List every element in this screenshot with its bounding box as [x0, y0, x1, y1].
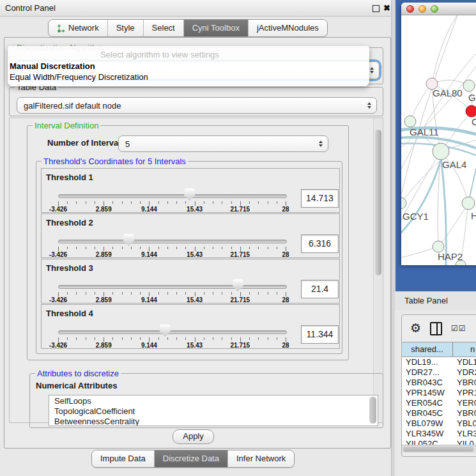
threshold-value-field[interactable]: 14.713: [301, 189, 339, 208]
attribute-item-selfloops[interactable]: SelfLoops: [49, 395, 378, 406]
number-of-intervals-combobox[interactable]: 5: [118, 135, 328, 152]
network-node[interactable]: [462, 197, 475, 210]
algorithm-option-manual-discretization[interactable]: Manual Discretization: [9, 61, 368, 72]
table-row[interactable]: YIL052CYIL0: [402, 439, 476, 445]
slider-track[interactable]: [58, 194, 287, 198]
slider-tick: [158, 201, 159, 204]
slider-tick: [258, 292, 259, 295]
table-panel-title: Table Panel: [404, 291, 448, 310]
tab-select[interactable]: Select: [143, 20, 183, 36]
slider-tick: [213, 337, 213, 340]
attribute-item-topologicalcoefficient[interactable]: TopologicalCoefficient: [49, 406, 378, 416]
select-columns-icon[interactable]: ☑☑: [451, 324, 466, 333]
split-columns-icon[interactable]: [430, 322, 442, 335]
tab-network[interactable]: Network: [49, 20, 107, 36]
network-window-titlebar[interactable]: [401, 3, 476, 15]
column-header-name[interactable]: n: [453, 342, 476, 357]
slider-tick-label: 9.144: [135, 342, 163, 349]
network-node[interactable]: [404, 116, 416, 127]
tab-discretize-data[interactable]: Discretize Data: [154, 450, 227, 467]
table-row[interactable]: YER054CYER0: [402, 398, 476, 408]
table-data-combobox[interactable]: galFiltered.sif default node: [17, 97, 377, 114]
slider-tick-label: 15.43: [181, 251, 209, 258]
table-row[interactable]: YPR145WYPR1: [402, 388, 476, 398]
algorithm-dropdown-popup: Select algorithm to view settings Manual…: [8, 46, 369, 86]
network-node[interactable]: [401, 197, 406, 209]
slider-tick-label: 9.144: [135, 251, 163, 258]
threshold-value-field[interactable]: 11.344: [301, 325, 339, 344]
tab-impute-data[interactable]: Impute Data: [92, 450, 154, 467]
table-row[interactable]: YLR345WYLR3: [402, 429, 476, 439]
tab-cyni-toolbox[interactable]: Cyni Toolbox: [183, 20, 248, 36]
network-node[interactable]: [463, 80, 475, 91]
slider-tick: [131, 292, 132, 295]
slider-tick: [277, 292, 277, 295]
gear-icon[interactable]: ⚙: [410, 322, 421, 335]
apply-button[interactable]: Apply: [173, 429, 214, 444]
float-window-icon[interactable]: [372, 5, 380, 12]
slider-tick: [286, 201, 286, 206]
cell-name: YBR0: [454, 378, 476, 388]
network-node[interactable]: [466, 105, 476, 117]
slider-tick: [176, 247, 177, 249]
network-nodes[interactable]: [401, 78, 476, 265]
close-icon[interactable]: ✖: [383, 3, 390, 13]
slider-thumb[interactable]: [123, 234, 134, 246]
tab-infer-network[interactable]: Infer Network: [227, 450, 294, 467]
slider-tick-label: 2.859: [89, 342, 118, 349]
table-row[interactable]: YBL079WYBL0: [402, 418, 476, 429]
table-header-row: shared... n: [402, 342, 476, 357]
algorithm-options: Manual DiscretizationEqual Width/Frequen…: [9, 61, 368, 82]
threshold-label: Threshold 1: [46, 173, 93, 182]
slider-tick: [268, 292, 268, 295]
slider-tick: [204, 337, 204, 340]
network-node[interactable]: [433, 143, 449, 160]
tab-style[interactable]: Style: [107, 20, 143, 36]
table-row[interactable]: YDR27...YDR2: [402, 367, 476, 378]
cell-name: YDR2: [454, 367, 476, 378]
horizontal-scrollbar-thumb[interactable]: [403, 447, 473, 452]
cell-shared-name: YBR045C: [402, 408, 454, 418]
slider-tick: [67, 247, 68, 249]
table-row[interactable]: YBR043CYBR0: [402, 378, 476, 388]
slider-tick: [231, 247, 232, 249]
slider-tick: [231, 292, 232, 295]
attributes-scrollbar-thumb[interactable]: [369, 397, 376, 424]
tab-label: Infer Network: [236, 451, 286, 466]
slider-thumb[interactable]: [184, 188, 195, 201]
node-label-gal11: GAL11: [410, 127, 439, 137]
slider-track[interactable]: [58, 330, 287, 334]
slider-thumb[interactable]: [233, 279, 243, 291]
slider-tick: [195, 337, 196, 342]
table-row[interactable]: YDL19...YDL1: [402, 357, 476, 367]
threshold-value-field[interactable]: 21.4: [301, 280, 339, 298]
slider-track[interactable]: [58, 240, 287, 243]
slider-tick: [167, 292, 168, 295]
threshold-value-field[interactable]: 6.316: [301, 234, 339, 253]
slider-tick-label: 28: [272, 342, 300, 349]
slider-tick-label: 15.43: [181, 206, 209, 213]
slider-tick: [213, 247, 213, 249]
slider-tick-label: 9.144: [135, 206, 163, 213]
column-header-shared-name[interactable]: shared...: [402, 342, 453, 357]
network-canvas[interactable]: GAL80GCGAL11GAL4GCY1HHAP2: [401, 15, 476, 265]
minimize-traffic-light[interactable]: [418, 5, 426, 13]
slider-tick: [167, 247, 168, 249]
slider-tick-label: -3.426: [44, 206, 72, 213]
threshold-panel-2: Threshold 2-3.4262.8599.14415.4321.71528…: [41, 213, 340, 258]
attribute-item-betweennesscentrality[interactable]: BetweennessCentrality: [49, 416, 378, 426]
slider-tick-label: 15.43: [181, 342, 209, 349]
algorithm-option-equal-width-frequency-discretization[interactable]: Equal Width/Frequency Discretization: [9, 72, 368, 82]
numerical-attributes-list[interactable]: SelfLoopsTopologicalCoefficientBetweenne…: [49, 395, 378, 426]
horizontal-scrollbar[interactable]: [402, 445, 476, 453]
table-data-value: galFiltered.sif default node: [17, 101, 362, 111]
slider-thumb[interactable]: [160, 325, 171, 337]
table-row[interactable]: YBR045CYBR0: [402, 408, 476, 418]
zoom-traffic-light[interactable]: [431, 5, 438, 13]
node-label-h: H: [471, 210, 476, 221]
tab-jactivemnodules[interactable]: jActiveMNodules: [248, 20, 327, 36]
slider-track[interactable]: [58, 285, 287, 289]
vertical-scrollbar-thumb[interactable]: [375, 130, 381, 275]
slider-tick: [268, 337, 268, 340]
close-traffic-light[interactable]: [406, 5, 414, 13]
